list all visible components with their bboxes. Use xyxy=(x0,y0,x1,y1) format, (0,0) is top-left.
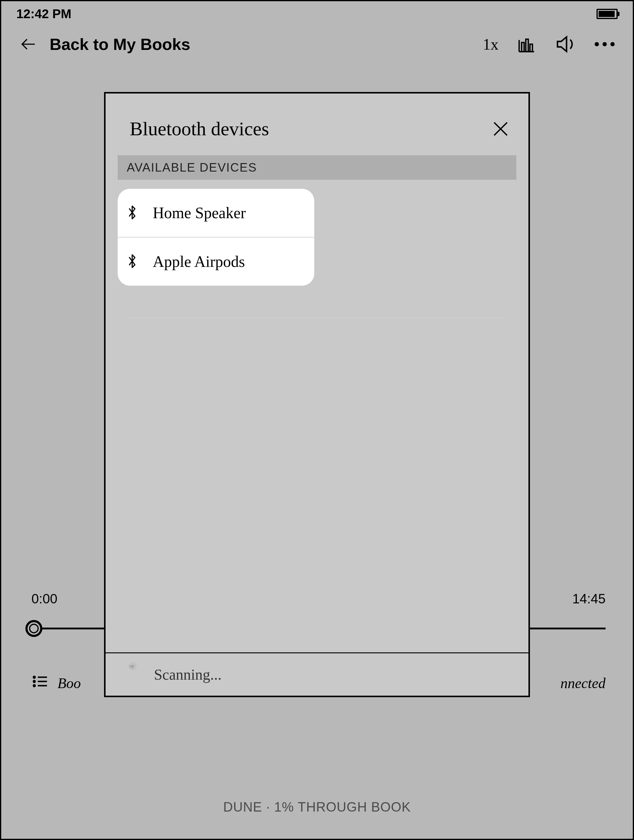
spinner-icon xyxy=(124,665,142,684)
back-arrow-icon[interactable] xyxy=(19,36,38,53)
remaining-time: 14:45 xyxy=(572,591,606,606)
bluetooth-dialog: Bluetooth devices AVAILABLE DEVICES xyxy=(104,92,530,697)
book-progress-footer: DUNE · 1% THROUGH BOOK xyxy=(1,799,633,815)
connection-info-partial: nnected xyxy=(560,675,606,692)
svg-rect-5 xyxy=(530,44,532,52)
bluetooth-icon xyxy=(127,205,138,221)
device-name: Home Speaker xyxy=(153,204,246,222)
svg-rect-4 xyxy=(526,39,528,52)
battery-icon xyxy=(596,9,618,19)
elapsed-time: 0:00 xyxy=(32,591,57,606)
bluetooth-icon xyxy=(127,254,138,270)
svg-point-9 xyxy=(33,685,35,687)
section-header-available: AVAILABLE DEVICES xyxy=(118,155,516,180)
svg-rect-3 xyxy=(522,43,524,52)
device-name: Apple Airpods xyxy=(153,253,245,270)
device-row[interactable]: Home Speaker xyxy=(118,189,314,238)
progress-handle[interactable] xyxy=(25,620,43,637)
chapter-info-partial: Boo xyxy=(57,675,81,692)
scanning-status: Scanning... xyxy=(154,666,222,683)
device-row[interactable]: Apple Airpods xyxy=(118,238,314,286)
svg-point-7 xyxy=(33,676,35,678)
svg-point-8 xyxy=(33,681,35,682)
playback-speed-button[interactable]: 1x xyxy=(483,35,498,53)
equalizer-icon[interactable] xyxy=(517,34,536,54)
volume-icon[interactable] xyxy=(555,33,577,55)
dialog-title: Bluetooth devices xyxy=(130,118,269,140)
status-time: 12:42 PM xyxy=(16,7,71,21)
chapters-list-icon[interactable] xyxy=(32,673,48,693)
svg-marker-6 xyxy=(557,37,566,51)
more-options-button[interactable] xyxy=(595,42,615,46)
page-title[interactable]: Back to My Books xyxy=(50,35,483,54)
close-icon[interactable] xyxy=(491,119,510,139)
